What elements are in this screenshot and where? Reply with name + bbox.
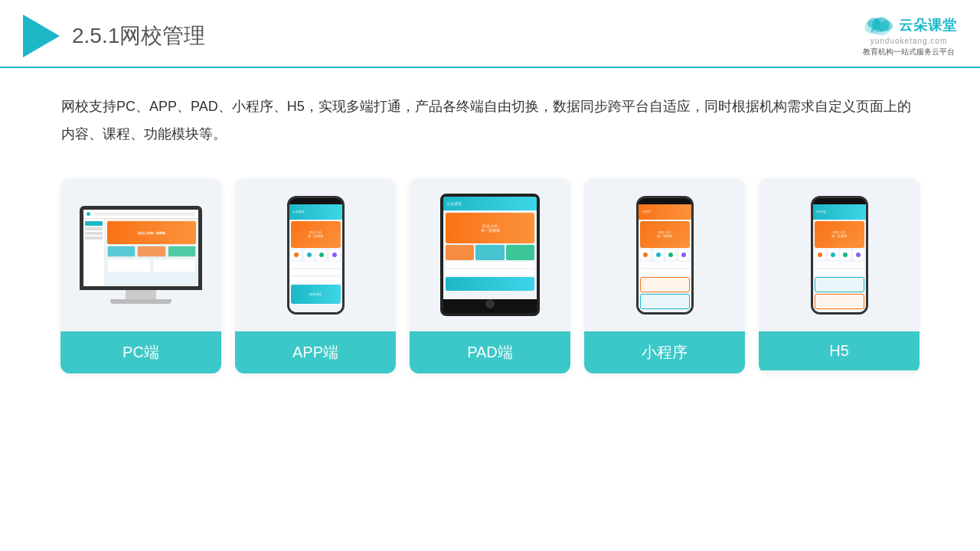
cards-area: 职达人的第一堂网课 — [0, 163, 980, 396]
card-image-h5: H5页面 职达人的第一堂网课 — [759, 178, 920, 331]
card-pc: 职达人的第一堂网课 — [60, 178, 221, 373]
card-label-mini: 小程序 — [584, 331, 745, 373]
play-icon — [23, 15, 60, 57]
logo-area: 云朵课堂 yunduoketang.com 教育机构一站式服务云平台 — [861, 14, 957, 57]
card-h5: H5页面 职达人的第一堂网课 — [759, 178, 920, 373]
card-label-pad: PAD端 — [410, 331, 570, 373]
card-pad: 云朵课堂 职达人的第一堂网课 — [410, 178, 570, 373]
description-text: 网校支持PC、APP、PAD、小程序、H5，实现多端打通，产品各终端自由切换，数… — [0, 68, 980, 163]
logo-tagline: 教育机构一站式服务云平台 — [863, 47, 955, 57]
device-phone-mini: 小程序 职达人的第一堂网课 — [636, 196, 694, 315]
page-title: 2.5.1网校管理 — [72, 21, 205, 51]
card-mini: 小程序 职达人的第一堂网课 — [584, 178, 745, 373]
title-text: 网校管理 — [119, 24, 205, 47]
card-app: 云朵课堂 职达人的第一堂网课 — [235, 178, 396, 373]
card-image-mini: 小程序 职达人的第一堂网课 — [584, 178, 745, 331]
logo-cloud: 云朵课堂 — [861, 14, 957, 37]
card-image-app: 云朵课堂 职达人的第一堂网课 — [235, 178, 396, 331]
section-number: 2.5.1 — [72, 24, 119, 47]
cloud-logo-icon — [861, 14, 894, 37]
device-phone-h5: H5页面 职达人的第一堂网课 — [811, 196, 868, 315]
card-image-pad: 云朵课堂 职达人的第一堂网课 — [410, 178, 570, 331]
card-image-pc: 职达人的第一堂网课 — [60, 178, 221, 331]
device-pad: 云朵课堂 职达人的第一堂网课 — [440, 194, 540, 316]
pc-monitor: 职达人的第一堂网课 — [80, 206, 202, 290]
header: 2.5.1网校管理 云朵课堂 yunduoketang.com 教育机构一站式服… — [0, 0, 980, 68]
card-label-pc: PC端 — [60, 331, 221, 373]
card-label-app: APP端 — [235, 331, 396, 373]
svg-point-5 — [874, 19, 880, 24]
card-label-h5: H5 — [759, 331, 920, 370]
logo-brand-text: 云朵课堂 — [899, 16, 957, 34]
header-left: 2.5.1网校管理 — [23, 15, 205, 57]
device-pc: 职达人的第一堂网课 — [80, 206, 202, 304]
logo-url: yunduoketang.com — [871, 37, 948, 45]
device-phone-app: 云朵课堂 职达人的第一堂网课 — [287, 196, 345, 315]
